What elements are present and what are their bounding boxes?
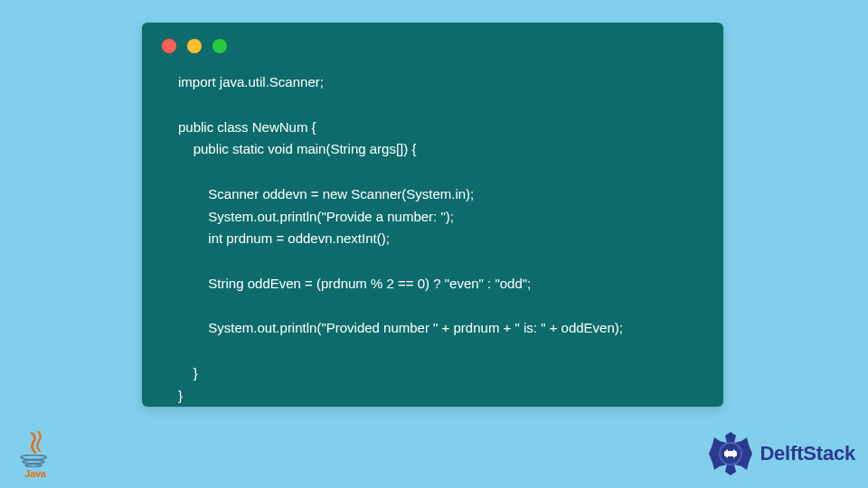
code-window: import java.util.Scanner; public class N…: [142, 23, 723, 407]
svg-point-1: [23, 460, 44, 464]
delftstack-label: DelftStack: [760, 442, 855, 465]
minimize-icon[interactable]: [187, 39, 202, 53]
delftstack-badge-icon: [707, 430, 754, 477]
java-steam-icon: [23, 431, 48, 455]
code-block: import java.util.Scanner; public class N…: [142, 61, 723, 425]
java-logo: Java: [15, 427, 55, 479]
delftstack-logo: DelftStack: [707, 430, 855, 477]
svg-point-2: [25, 465, 42, 467]
java-label: Java: [24, 468, 45, 479]
window-controls: [142, 23, 723, 61]
maximize-icon[interactable]: [212, 39, 227, 53]
svg-point-0: [21, 455, 46, 460]
close-icon[interactable]: [162, 39, 176, 53]
java-cup-icon: [18, 455, 52, 467]
